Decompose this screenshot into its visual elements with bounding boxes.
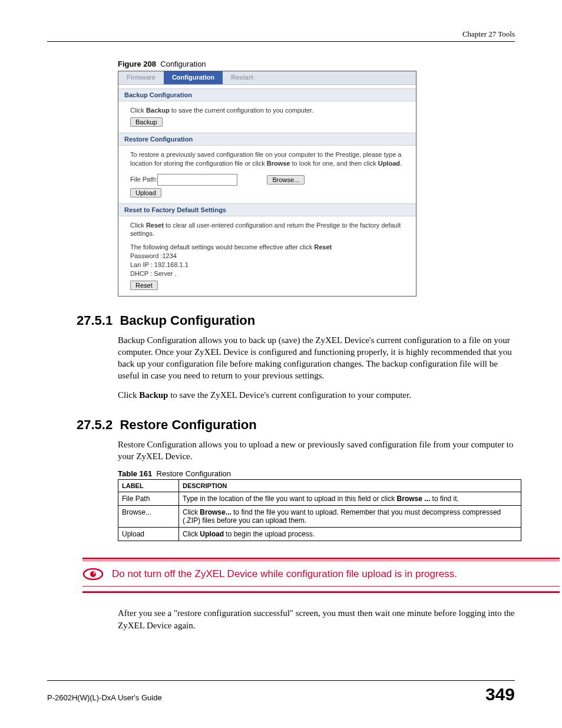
reset-line1: Password :1234 xyxy=(130,252,404,261)
r0c: to find it. xyxy=(430,495,459,503)
warn-rule xyxy=(82,561,560,561)
reset-button[interactable]: Reset xyxy=(130,281,158,290)
restore-text-b: to look for one, and then click xyxy=(290,160,378,167)
footer-rule xyxy=(47,680,515,681)
reset-line3: DHCP : Server . xyxy=(130,269,404,278)
backup-text-b: to save the current configuration to you… xyxy=(170,107,314,114)
after-warning-text: After you see a "restore configuration s… xyxy=(118,607,515,631)
table-label: Table 161 xyxy=(118,469,152,478)
backup-body: Click Backup to save the current configu… xyxy=(118,101,416,133)
warning-text: Do not turn off the ZyXEL Device while c… xyxy=(112,568,457,580)
header-rule xyxy=(47,41,515,42)
tab-configuration[interactable]: Configuration xyxy=(164,71,223,84)
s1-p1: Backup Configuration allows you to back … xyxy=(118,334,515,382)
cell-desc: Click Browse... to find the file you wan… xyxy=(179,506,521,528)
table-title: Restore Configuration xyxy=(157,469,231,478)
s1-p2b: to save the ZyXEL Device's current confi… xyxy=(168,390,411,400)
r2a: Click xyxy=(183,530,200,538)
svg-point-2 xyxy=(94,572,95,574)
figure-label: Figure 208 xyxy=(118,60,156,68)
restore-bold2: Upload xyxy=(378,160,400,167)
s2-num: 27.5.2 xyxy=(77,417,113,432)
file-path-label: File Path: xyxy=(130,175,157,184)
reset-t1a: Click xyxy=(130,222,146,229)
restore-heading: Restore Configuration xyxy=(118,133,416,146)
backup-heading: Backup Configuration xyxy=(118,88,416,101)
cell-label: Browse... xyxy=(118,506,179,528)
footer: P-2602H(W)(L)-DxA User's Guide 349 xyxy=(47,680,515,704)
restore-bold1: Browse xyxy=(267,160,290,167)
section-27-5-2-heading: 27.5.2 Restore Configuration xyxy=(77,417,515,433)
config-screenshot: Firmware Configuration Restart Backup Co… xyxy=(118,71,416,297)
r0b: Browse ... xyxy=(397,495,431,503)
upload-button[interactable]: Upload xyxy=(130,188,161,197)
reset-heading: Reset to Factory Default Settings xyxy=(118,203,416,216)
guide-name: P-2602H(W)(L)-DxA User's Guide xyxy=(47,693,162,702)
eye-icon xyxy=(82,567,104,581)
restore-text-c: . xyxy=(400,160,402,167)
section-27-5-1-heading: 27.5.1 Backup Configuration xyxy=(77,313,515,328)
table-caption: Table 161 Restore Configuration xyxy=(118,469,515,478)
warn-rule xyxy=(82,558,560,559)
r1a: Click xyxy=(183,508,200,516)
table-header-row: LABEL DESCRIPTION xyxy=(118,480,521,492)
table-row: File Path Type in the location of the fi… xyxy=(118,492,521,506)
reset-t1bold: Reset xyxy=(146,222,164,229)
reset-t2a: The following default settings would bec… xyxy=(130,243,314,251)
backup-button[interactable]: Backup xyxy=(130,117,163,127)
svg-point-1 xyxy=(90,571,96,577)
reset-t2bold: Reset xyxy=(314,243,332,251)
cell-label: File Path xyxy=(118,492,179,506)
reset-body: Click Reset to clear all user-entered co… xyxy=(118,216,416,296)
figure-caption: Figure 208 Configuration xyxy=(118,60,515,68)
reset-t1b: to clear all user-entered configuration … xyxy=(130,222,401,238)
reset-line2: Lan IP : 192.168.1.1 xyxy=(130,261,404,269)
cell-desc: Type in the location of the file you wan… xyxy=(179,492,521,506)
r2b: Upload xyxy=(200,530,224,538)
r0a: Type in the location of the file you wan… xyxy=(183,495,397,503)
s1-p2: Click Backup to save the ZyXEL Device's … xyxy=(118,389,515,401)
browse-button[interactable]: Browse... xyxy=(267,175,305,185)
restore-body: To restore a previously saved configurat… xyxy=(118,146,416,203)
warning-block: Do not turn off the ZyXEL Device while c… xyxy=(82,558,560,593)
s1-p2a: Click xyxy=(118,390,139,400)
r1b: Browse... xyxy=(200,508,231,516)
restore-table: LABEL DESCRIPTION File Path Type in the … xyxy=(118,479,521,541)
chapter-header: Chapter 27 Tools xyxy=(47,29,515,39)
s1-num: 27.5.1 xyxy=(77,313,113,328)
table-row: Upload Click Upload to begin the upload … xyxy=(118,528,521,541)
s1-title: Backup Configuration xyxy=(120,313,255,328)
cell-label: Upload xyxy=(118,528,179,541)
page-number: 349 xyxy=(485,684,515,704)
cell-desc: Click Upload to begin the upload process… xyxy=(179,528,521,541)
tab-bar: Firmware Configuration Restart xyxy=(118,71,416,85)
warn-rule xyxy=(82,586,560,587)
s2-title: Restore Configuration xyxy=(120,417,256,432)
backup-text-a: Click xyxy=(130,107,146,114)
s1-p2bold: Backup xyxy=(139,390,168,400)
warn-rule xyxy=(82,591,560,593)
tab-restart[interactable]: Restart xyxy=(223,71,262,84)
th-desc: DESCRIPTION xyxy=(179,480,521,492)
s2-p1: Restore Configuration allows you to uplo… xyxy=(118,439,515,463)
tab-firmware[interactable]: Firmware xyxy=(118,71,164,84)
r2c: to begin the upload process. xyxy=(224,530,315,538)
backup-text-bold: Backup xyxy=(146,107,170,114)
figure-title: Configuration xyxy=(160,60,206,68)
table-row: Browse... Click Browse... to find the fi… xyxy=(118,506,521,528)
file-path-input[interactable] xyxy=(157,174,237,186)
th-label: LABEL xyxy=(118,480,179,492)
